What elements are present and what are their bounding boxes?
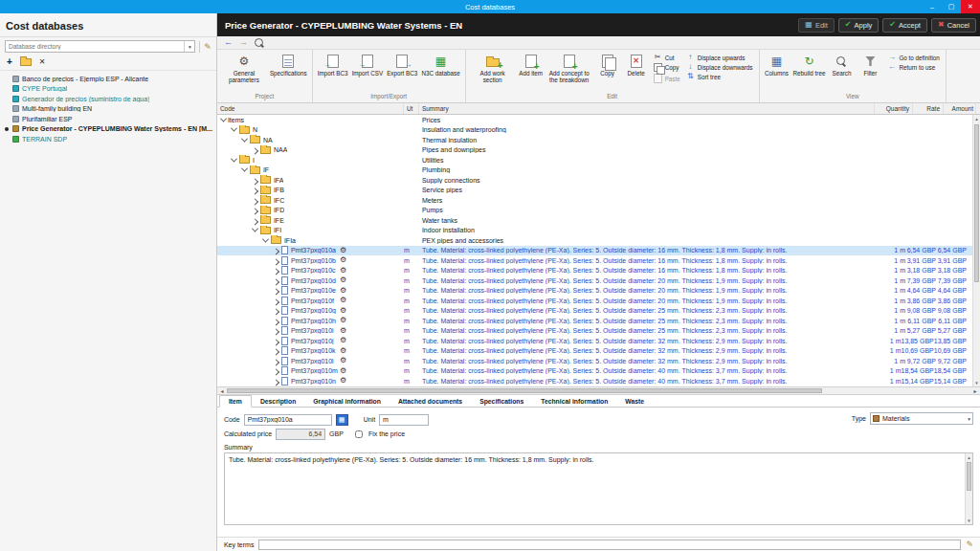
ribbon-button-delete[interactable]: Delete [622,51,651,93]
column-header-amount[interactable]: Amount [944,103,976,114]
collapse-icon[interactable] [240,136,249,144]
ribbon-button-cut[interactable]: ✂Cut [654,54,680,61]
ribbon-button-copy[interactable]: Copy [593,51,622,93]
expand-icon[interactable] [272,297,280,305]
tab-description[interactable]: Description [252,396,304,407]
ribbon-button-import-bc3[interactable]: Import BC3 [316,51,350,93]
row-i[interactable]: IUtilities [217,155,972,165]
scroll-up-icon[interactable]: ▴ [966,453,972,461]
fix-price-checkbox[interactable] [355,430,363,438]
sidebar-item-generador-de-precios-suministro-de-agua[interactable]: Generador de precios (suministro de agua… [0,94,216,104]
ribbon-button-export-bc3[interactable]: Export BC3 [385,51,419,93]
ribbon-button-general-parameters[interactable]: ⚙General parameters [220,51,268,93]
tab-technical-information[interactable]: Technical information [532,396,616,407]
row-pmt37pxg010c[interactable]: Pmt37pxg010c⚙mTube. Material: cross-link… [217,266,972,276]
collapse-icon[interactable] [240,165,249,174]
ribbon-button-columns[interactable]: ▦Columns [763,51,791,93]
expand-icon[interactable] [272,377,280,386]
sidebar-item-banco-de-precios-ejemplo-esp-alicante[interactable]: Banco de precios - Ejemplo ESP - Alicant… [0,74,216,84]
ribbon-button-add-concept-to-the-breakdown[interactable]: Add concept to the breakdown [546,51,593,93]
open-database-folder-icon[interactable] [20,58,32,66]
expand-icon[interactable] [272,256,280,265]
sidebar-item-cype-portugal[interactable]: CYPE Portugal [0,84,216,95]
expand-icon[interactable] [272,246,280,254]
collapse-icon[interactable] [261,236,270,245]
accept-button[interactable]: ✔Accept [882,18,927,33]
expand-icon[interactable] [272,357,280,365]
code-input[interactable] [244,414,332,426]
scroll-up-icon[interactable]: ▴ [973,115,980,122]
edit-button[interactable]: ▦Edit [798,18,835,33]
ribbon-button-displace-upwards[interactable]: ↑Displace upwards [686,54,753,61]
expand-icon[interactable] [272,286,280,295]
ribbon-button-rebuild-tree[interactable]: ↻Rebuild tree [791,51,828,93]
sidebar-item-plurifamiliar-esp[interactable]: Plurifamiliar ESP [0,114,216,124]
row-ife[interactable]: IFEWater tanks [217,215,972,226]
expand-icon[interactable] [251,196,259,205]
expand-icon[interactable] [251,216,259,225]
close-button[interactable]: ✕ [961,0,980,13]
zoom-icon[interactable] [255,38,264,48]
sidebar-item-terrain-sdp[interactable]: TERRAIN SDP [0,134,216,144]
ribbon-button-return-to-use[interactable]: ←Return to use [887,63,939,71]
tab-specifications[interactable]: Specifications [471,396,532,407]
database-directory-input[interactable] [6,43,184,50]
edit-directory-pencil-icon[interactable]: ✎ [204,42,212,52]
row-items[interactable]: ItemsPrices [217,115,972,125]
maximize-button[interactable]: ▢ [942,0,961,13]
row-ifd[interactable]: IFDPumps [217,206,972,216]
ribbon-button-add-work-section[interactable]: Add work section [469,51,517,93]
key-terms-input[interactable] [258,540,961,550]
remove-database-button[interactable]: ✕ [39,58,46,66]
row-pmt37pxg010b[interactable]: Pmt37pxg010b⚙mTube. Material: cross-link… [217,255,972,266]
cancel-button[interactable]: ✖Cancel [931,18,976,33]
row-ifb[interactable]: IFBService pipes [217,186,972,196]
tab-attached-documents[interactable]: Attached documents [390,396,471,407]
sidebar-item-price-generator-cypeplumbing-water-systems-en-m[interactable]: Price Generator - CYPEPLUMBING Water Sys… [0,124,216,135]
column-header-summary[interactable]: Summary [419,103,875,114]
row-ifa[interactable]: IFASupply connections [217,175,972,186]
row-pmt37pxg010i[interactable]: Pmt37pxg010i⚙mTube. Material: cross-link… [217,326,972,337]
tab-waste[interactable]: Waste [616,396,653,407]
row-if[interactable]: IFPlumbing [217,165,972,176]
ribbon-button-n3c-database[interactable]: ▦N3C database [419,51,461,93]
row-ifi[interactable]: IFIIndoor installation [217,226,972,236]
row-pmt37pxg010e[interactable]: Pmt37pxg010e⚙mTube. Material: cross-link… [217,286,972,297]
column-header-code[interactable]: Code [217,103,404,114]
ribbon-button-filter[interactable]: Filter [856,51,884,93]
row-na[interactable]: NAThermal insulation [217,135,972,145]
row-pmt37pxg010d[interactable]: Pmt37pxg010d⚙mTube. Material: cross-link… [217,276,972,286]
forward-arrow-icon[interactable]: → [239,38,248,47]
collapse-icon[interactable] [251,226,259,234]
summary-textarea[interactable]: Tube. Material: cross-linked polyethylen… [224,452,973,525]
back-arrow-icon[interactable]: ← [224,38,233,47]
row-pmt37pxg010n[interactable]: Pmt37pxg010n⚙mTube. Material: cross-link… [217,376,972,386]
chevron-down-icon[interactable]: ▾ [184,41,194,52]
vertical-scrollbar[interactable]: ▴ ▾ [972,115,980,386]
vertical-scroll-thumb[interactable] [974,124,979,282]
ribbon-button-add-item[interactable]: Add item [517,51,546,93]
summary-scroll-thumb[interactable] [967,462,971,491]
expand-icon[interactable] [251,186,259,194]
scroll-down-icon[interactable]: ▾ [973,379,980,386]
expand-icon[interactable] [272,306,280,315]
tab-graphical-information[interactable]: Graphical information [304,396,390,407]
add-database-button[interactable]: + [7,57,12,67]
row-ifia[interactable]: IFIaPEX pipes and accessories [217,235,972,246]
expand-icon[interactable] [272,366,280,375]
row-ifc[interactable]: IFCMeters [217,195,972,206]
collapse-icon[interactable] [230,156,238,165]
collapse-icon[interactable] [219,116,228,124]
expand-icon[interactable] [272,276,280,285]
apply-button[interactable]: ✔Apply [838,18,879,33]
ribbon-button-copy[interactable]: Copy [654,63,680,72]
row-pmt37pxg010k[interactable]: Pmt37pxg010k⚙mTube. Material: cross-link… [217,346,972,357]
ribbon-button-import-csv[interactable]: Import CSV [350,51,386,93]
expand-icon[interactable] [272,326,280,335]
code-lookup-button[interactable]: ▦ [336,414,348,426]
expand-icon[interactable] [251,206,259,214]
row-pmt37pxg010l[interactable]: Pmt37pxg010l⚙mTube. Material: cross-link… [217,356,972,366]
expand-icon[interactable] [272,337,280,345]
ribbon-button-displace-downwards[interactable]: ↓Displace downwards [686,63,753,71]
row-pmt37pxg010g[interactable]: Pmt37pxg010g⚙mTube. Material: cross-link… [217,306,972,317]
